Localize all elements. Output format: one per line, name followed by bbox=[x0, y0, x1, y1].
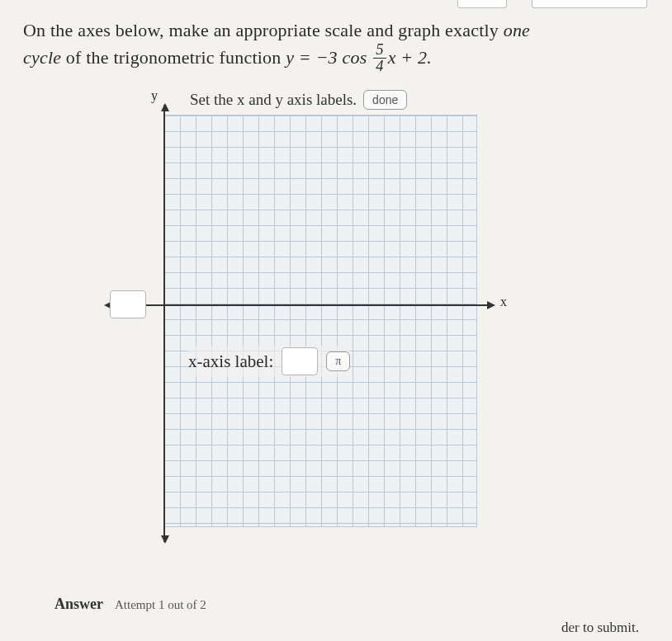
attempt-counter: Attempt 1 out of 2 bbox=[115, 598, 206, 612]
question-line2b: of the trigonometric function bbox=[61, 47, 286, 68]
grid-canvas[interactable] bbox=[163, 115, 477, 527]
graph-instruction-row: Set the x and y axis labels. done bbox=[190, 90, 407, 110]
question-emph-one: one bbox=[504, 20, 530, 40]
x-axis-scale-input[interactable] bbox=[282, 347, 318, 375]
y-axis-line bbox=[163, 105, 165, 542]
done-button[interactable]: done bbox=[363, 90, 407, 110]
eq-fraction: 54 bbox=[373, 42, 386, 73]
cutoff-ui-fragment bbox=[532, 0, 647, 8]
x-axis-label: x bbox=[500, 295, 507, 309]
equation: y = −3 cos 54x + 2. bbox=[286, 47, 432, 68]
eq-rhs: x + 2. bbox=[388, 47, 432, 68]
question-emph-cycle: cycle bbox=[23, 47, 61, 68]
eq-frac-den: 4 bbox=[373, 59, 386, 74]
y-axis-scale-input[interactable] bbox=[110, 290, 146, 318]
question-line1a: On the axes below, make an appropriate s… bbox=[23, 20, 504, 40]
cutoff-ui-fragment bbox=[457, 0, 507, 8]
answer-heading: Answer bbox=[54, 596, 103, 613]
x-axis-prompt: x-axis label: bbox=[188, 351, 273, 372]
graph-widget: y Set the x and y axis labels. done x x-… bbox=[114, 90, 576, 552]
pi-button[interactable]: π bbox=[326, 351, 350, 371]
answer-row: Answer Attempt 1 out of 2 bbox=[54, 596, 206, 613]
graph-instruction: Set the x and y axis labels. bbox=[190, 91, 357, 109]
question-text: On the axes below, make an appropriate s… bbox=[23, 16, 649, 75]
eq-frac-num: 5 bbox=[373, 42, 386, 59]
eq-lhs: y = −3 cos bbox=[286, 47, 371, 68]
x-axis-label-row: x-axis label: π bbox=[188, 346, 350, 377]
y-axis-label: y bbox=[151, 88, 158, 103]
submit-text-fragment: der to submit. bbox=[561, 620, 639, 636]
